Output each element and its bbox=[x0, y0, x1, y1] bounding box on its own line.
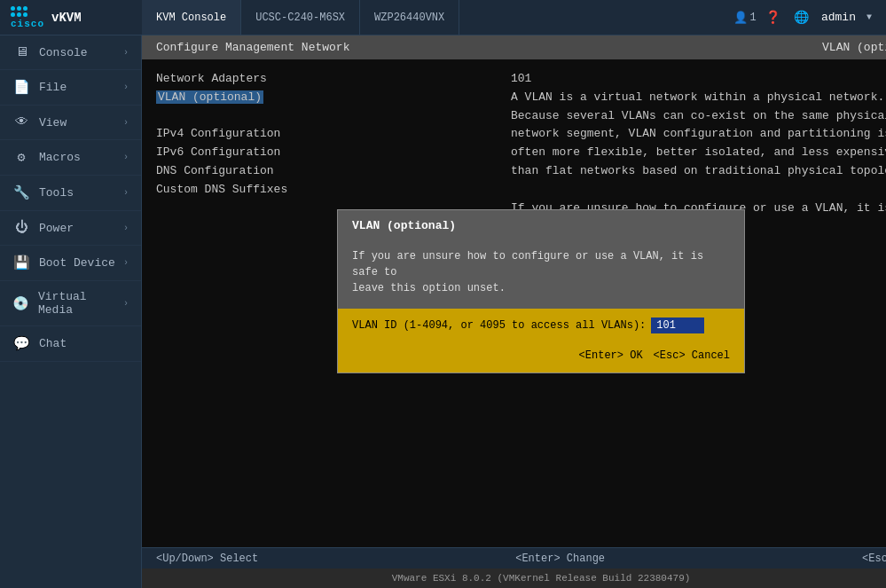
topbar: cisco vKVM KVM Console UCSC-C240-M6SX WZ… bbox=[0, 0, 886, 35]
vlan-dialog: VLAN (optional) If you are unsure how to… bbox=[337, 209, 745, 373]
status-right: <Esc> Exit bbox=[862, 553, 886, 565]
chevron-icon-tools: › bbox=[123, 188, 129, 198]
help-icon[interactable]: ❓ bbox=[764, 9, 782, 27]
cisco-logo: cisco bbox=[11, 6, 44, 29]
terminal-content[interactable]: Configure Management Network VLAN (optio… bbox=[142, 35, 886, 547]
dialog-message: If you are unsure how to configure or us… bbox=[338, 241, 744, 309]
cisco-text: cisco bbox=[11, 19, 44, 29]
desc-spacer bbox=[511, 181, 886, 200]
desc-line-2: Because several VLANs can co-exist on th… bbox=[511, 107, 886, 126]
menu-spacer bbox=[156, 107, 493, 126]
view-icon: 👁 bbox=[12, 114, 30, 130]
status-center: <Enter> Change bbox=[515, 553, 605, 565]
tab-kvm-console[interactable]: KVM Console bbox=[142, 0, 241, 35]
status-left: <Up/Down> Select bbox=[156, 553, 258, 565]
sidebar-item-tools[interactable]: 🔧 Tools › bbox=[0, 176, 141, 211]
logo-area: cisco vKVM bbox=[0, 6, 142, 29]
dialog-input-row: VLAN ID (1-4094, or 4095 to access all V… bbox=[338, 309, 744, 342]
vlan-id-input[interactable] bbox=[651, 318, 704, 333]
menu-item-ipv4: IPv4 Configuration bbox=[156, 125, 493, 144]
status-bar: <Up/Down> Select <Enter> Change <Esc> Ex… bbox=[142, 547, 886, 568]
chevron-icon-boot: › bbox=[123, 258, 129, 268]
dialog-input-label: VLAN ID (1-4094, or 4095 to access all V… bbox=[352, 319, 646, 332]
sidebar-item-file[interactable]: 📄 File › bbox=[0, 70, 141, 106]
sidebar-item-label-tools: Tools bbox=[39, 186, 74, 200]
topbar-tabs: KVM Console UCSC-C240-M6SX WZP26440VNX bbox=[142, 0, 722, 35]
bottom-bar: VMware ESXi 8.0.2 (VMKernel Release Buil… bbox=[142, 568, 886, 588]
chevron-icon: › bbox=[123, 48, 129, 58]
globe-icon[interactable]: 🌐 bbox=[793, 9, 811, 27]
sidebar-item-label-power: Power bbox=[39, 222, 74, 235]
sidebar-item-view[interactable]: 👁 View › bbox=[0, 106, 141, 140]
user-count: 1 bbox=[749, 12, 756, 24]
power-icon: ⏻ bbox=[12, 220, 30, 236]
menu-item-network-adapters: Network Adapters bbox=[156, 70, 493, 89]
sidebar-item-power[interactable]: ⏻ Power › bbox=[0, 211, 141, 246]
sidebar-item-label-console: Console bbox=[39, 46, 88, 59]
sidebar-item-macros[interactable]: ⚙ Macros › bbox=[0, 140, 141, 176]
desc-line-3: network segment, VLAN configuration and … bbox=[511, 125, 886, 144]
sidebar: 🖥 Console › 📄 File › 👁 View › ⚙ Macros bbox=[0, 35, 142, 588]
console-icon: 🖥 bbox=[12, 44, 30, 60]
vlan-value: 101 bbox=[511, 70, 886, 89]
app-name: vKVM bbox=[51, 11, 82, 25]
sidebar-item-label-chat: Chat bbox=[39, 337, 67, 350]
dialog-message-line2: leave this option unset. bbox=[352, 282, 506, 294]
dialog-cancel-button[interactable]: <Esc> Cancel bbox=[654, 349, 730, 362]
main-area: 🖥 Console › 📄 File › 👁 View › ⚙ Macros bbox=[0, 35, 886, 588]
chat-icon: 💬 bbox=[12, 335, 30, 352]
chevron-icon-file: › bbox=[123, 82, 129, 92]
terminal-header-right: VLAN (optional) bbox=[822, 41, 886, 54]
menu-item-vlan: VLAN (optional) bbox=[156, 89, 493, 107]
sidebar-item-boot-device[interactable]: 💾 Boot Device › bbox=[0, 246, 141, 281]
vlan-highlight: VLAN (optional) bbox=[156, 90, 263, 104]
tab-ucsc[interactable]: UCSC-C240-M6SX bbox=[241, 0, 360, 35]
tools-icon: 🔧 bbox=[12, 184, 30, 201]
admin-label: admin bbox=[821, 11, 856, 24]
boot-device-icon: 💾 bbox=[12, 255, 30, 271]
sidebar-item-console[interactable]: 🖥 Console › bbox=[0, 35, 141, 70]
kvm-area: Configure Management Network VLAN (optio… bbox=[142, 35, 886, 588]
terminal-header-left: Configure Management Network bbox=[156, 41, 349, 54]
sidebar-item-chat[interactable]: 💬 Chat bbox=[0, 326, 141, 362]
sidebar-item-label-view: View bbox=[39, 116, 67, 129]
topbar-right: 👤 1 ❓ 🌐 admin ▼ bbox=[722, 9, 886, 27]
sidebar-item-label-file: File bbox=[39, 81, 67, 94]
file-icon: 📄 bbox=[12, 79, 30, 96]
macros-icon: ⚙ bbox=[12, 149, 30, 166]
user-dropdown-caret[interactable]: ▼ bbox=[866, 12, 872, 22]
dialog-message-line1: If you are unsure how to configure or us… bbox=[352, 250, 703, 278]
tab-wzp[interactable]: WZP26440VNX bbox=[360, 0, 459, 35]
terminal-header: Configure Management Network VLAN (optio… bbox=[142, 35, 886, 59]
bottom-bar-text: VMware ESXi 8.0.2 (VMKernel Release Buil… bbox=[392, 573, 691, 584]
menu-item-custom-dns: Custom DNS Suffixes bbox=[156, 181, 493, 200]
menu-item-ipv6: IPv6 Configuration bbox=[156, 144, 493, 162]
desc-line-5: than flat networks based on traditional … bbox=[511, 162, 886, 181]
chevron-icon-view: › bbox=[123, 118, 129, 128]
sidebar-item-virtual-media[interactable]: 💿 Virtual Media › bbox=[0, 281, 141, 326]
sidebar-item-label-boot-device: Boot Device bbox=[39, 256, 115, 270]
dialog-buttons: <Enter> OK <Esc> Cancel bbox=[338, 342, 744, 372]
dialog-title: VLAN (optional) bbox=[338, 210, 744, 241]
sidebar-item-label-macros: Macros bbox=[39, 151, 81, 164]
chevron-icon-power: › bbox=[123, 223, 129, 233]
menu-item-dns: DNS Configuration bbox=[156, 162, 493, 181]
virtual-media-icon: 💿 bbox=[12, 295, 29, 312]
dialog-ok-button[interactable]: <Enter> OK bbox=[579, 349, 643, 362]
sidebar-item-label-virtual-media: Virtual Media bbox=[38, 290, 123, 317]
desc-line-1: A VLAN is a virtual network within a phy… bbox=[511, 89, 886, 107]
desc-line-4: often more flexible, better isolated, an… bbox=[511, 144, 886, 162]
user-count-icon[interactable]: 👤 1 bbox=[736, 9, 754, 27]
chevron-icon-macros: › bbox=[123, 153, 129, 162]
chevron-icon-vm: › bbox=[123, 299, 129, 309]
